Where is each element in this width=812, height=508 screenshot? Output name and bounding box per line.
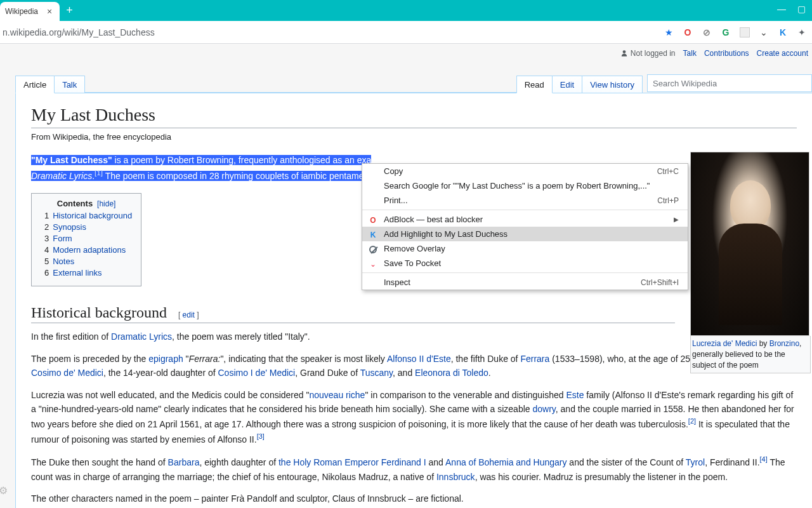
new-tab-button[interactable]: + bbox=[66, 4, 73, 17]
toc-item[interactable]: 4Modern adaptations bbox=[44, 245, 132, 255]
personal-talk-link[interactable]: Talk bbox=[683, 49, 697, 58]
ctx-remove-overlay[interactable]: Remove Overlay bbox=[362, 241, 688, 256]
selected-text: "My Last Duchess" is a poem by Robert Br… bbox=[31, 155, 371, 165]
table-of-contents: Contents [hide] 1Historical background 2… bbox=[31, 193, 141, 286]
toc-item[interactable]: 2Synopsis bbox=[44, 222, 132, 232]
wikilink[interactable]: Innsbruck bbox=[436, 472, 475, 482]
wikilink[interactable]: Barbara bbox=[168, 457, 200, 467]
tab-talk[interactable]: Talk bbox=[54, 76, 85, 93]
wikilink[interactable]: Este bbox=[566, 390, 584, 400]
wikilink[interactable]: epigraph bbox=[148, 354, 183, 364]
highlight-ext-icon[interactable]: K bbox=[778, 27, 788, 37]
reference[interactable]: [4] bbox=[760, 455, 768, 463]
settings-gear-icon[interactable]: ⚙ bbox=[0, 485, 8, 497]
infobox-caption: Lucrezia de' Medici by Bronzino, general… bbox=[690, 336, 811, 373]
search-input[interactable]: Search Wikipedia bbox=[647, 74, 812, 92]
wikilink[interactable]: Cosimo I de' Medici bbox=[218, 368, 296, 378]
personal-create-account-link[interactable]: Create account bbox=[757, 49, 808, 58]
window-maximize-icon[interactable]: ▢ bbox=[797, 4, 806, 14]
pocket-icon: ⌄ bbox=[368, 259, 378, 269]
reference[interactable]: [2] bbox=[688, 417, 696, 425]
highlight-icon: K bbox=[368, 230, 378, 240]
personal-contributions-link[interactable]: Contributions bbox=[704, 49, 749, 58]
context-menu: CopyCtrl+C Search Google for ""My Last D… bbox=[362, 163, 688, 290]
grammarly-ext-icon[interactable]: G bbox=[721, 27, 731, 37]
overlay-icon bbox=[368, 244, 378, 255]
ctx-separator bbox=[362, 210, 688, 210]
ctx-save-to-pocket[interactable]: ⌄ Save To Pocket bbox=[362, 256, 688, 271]
wikilink[interactable]: nouveau riche bbox=[309, 390, 365, 400]
blocker-ext-icon[interactable]: ⊘ bbox=[702, 27, 712, 37]
body-paragraph: The poem is preceded by the epigraph "Fe… bbox=[31, 352, 797, 380]
address-bar: n.wikipedia.org/wiki/My_Last_Duchess ★ O… bbox=[0, 21, 812, 44]
personal-toolbar: Not logged in Talk Contributions Create … bbox=[620, 49, 808, 58]
toc-hide-link[interactable]: hide bbox=[99, 199, 114, 208]
body-paragraph: The other characters named in the poem –… bbox=[31, 491, 797, 505]
wikilink[interactable]: Dramatic Lyrics bbox=[111, 331, 172, 342]
ctx-separator bbox=[362, 272, 688, 273]
wikilink[interactable]: the Holy Roman Emperor Ferdinand I bbox=[278, 457, 426, 467]
tab-read[interactable]: Read bbox=[516, 76, 553, 93]
pocket-ext-icon[interactable]: ⌄ bbox=[759, 27, 769, 37]
body-paragraph: Lucrezia was not well educated, and the … bbox=[31, 388, 797, 447]
section-heading-historical-background: Historical background [ edit ] bbox=[31, 304, 675, 323]
article-content: My Last Duchess From Wikipedia, the free… bbox=[15, 93, 812, 508]
window-minimize-icon[interactable]: — bbox=[777, 4, 786, 14]
page-title: My Last Duchess bbox=[31, 105, 797, 128]
body-paragraph: The Duke then sought the hand of Barbara… bbox=[31, 454, 797, 483]
ctx-print[interactable]: Print...Ctrl+P bbox=[362, 193, 688, 208]
close-tab-icon[interactable]: × bbox=[47, 6, 52, 17]
ctx-search-google[interactable]: Search Google for ""My Last Duchess" is … bbox=[362, 178, 688, 193]
toc-title: Contents [hide] bbox=[41, 199, 132, 208]
toc-item[interactable]: 6External links bbox=[44, 268, 132, 277]
toc-item[interactable]: 5Notes bbox=[44, 257, 132, 266]
tab-view-history[interactable]: View history bbox=[582, 76, 643, 93]
browser-tab-active[interactable]: Wikipedia × bbox=[0, 2, 60, 21]
adblock-ext-icon[interactable]: O bbox=[683, 27, 693, 37]
infobox: Lucrezia de' Medici by Bronzino, general… bbox=[690, 152, 811, 373]
ctx-add-highlight[interactable]: K Add Highlight to My Last Duchess bbox=[362, 227, 688, 241]
toc-item[interactable]: 1Historical background bbox=[44, 211, 132, 220]
ctx-inspect[interactable]: InspectCtrl+Shift+I bbox=[362, 275, 688, 290]
page-tabs: Article Talk Read Edit View history Sear… bbox=[15, 74, 812, 93]
section-edit-link[interactable]: edit bbox=[183, 311, 195, 319]
tab-article[interactable]: Article bbox=[15, 76, 55, 93]
body-paragraph: In the first edition of Dramatic Lyrics,… bbox=[31, 330, 797, 344]
tab-title: Wikipedia bbox=[5, 7, 38, 16]
browser-tab-strip: Wikipedia × + — ▢ bbox=[0, 0, 812, 21]
generic-ext-icon[interactable] bbox=[740, 27, 750, 37]
submenu-arrow-icon: ▶ bbox=[674, 216, 679, 223]
infobox-image[interactable] bbox=[690, 152, 809, 336]
bookmark-star-icon[interactable]: ★ bbox=[664, 27, 674, 37]
ctx-adblock[interactable]: O AdBlock — best ad blocker▶ bbox=[362, 212, 688, 227]
wikilink[interactable]: Alfonso II d'Este bbox=[387, 354, 451, 364]
wikilink[interactable]: Eleonora di Toledo bbox=[415, 368, 488, 378]
site-sub: From Wikipedia, the free encyclopedia bbox=[31, 132, 797, 142]
toc-item[interactable]: 3Form bbox=[44, 234, 132, 243]
tab-edit[interactable]: Edit bbox=[552, 76, 582, 93]
wikilink[interactable]: Ferrara bbox=[520, 354, 549, 364]
reference[interactable]: [3] bbox=[257, 432, 265, 440]
wikilink[interactable]: Lucrezia de' Medici bbox=[692, 339, 757, 348]
wikilink[interactable]: Tuscany bbox=[360, 368, 393, 378]
url-field[interactable]: n.wikipedia.org/wiki/My_Last_Duchess bbox=[0, 27, 657, 37]
adblock-icon: O bbox=[368, 215, 378, 225]
wikilink[interactable]: Bronzino bbox=[769, 339, 799, 348]
wikilink[interactable]: Tyrol bbox=[686, 457, 705, 467]
extensions-icon[interactable]: ✦ bbox=[797, 27, 807, 37]
wikilink[interactable]: Anna of Bohemia and Hungary bbox=[445, 457, 566, 467]
not-logged-in-label: Not logged in bbox=[620, 49, 676, 58]
ctx-copy[interactable]: CopyCtrl+C bbox=[362, 164, 688, 178]
wikilink[interactable]: dowry bbox=[532, 404, 555, 414]
